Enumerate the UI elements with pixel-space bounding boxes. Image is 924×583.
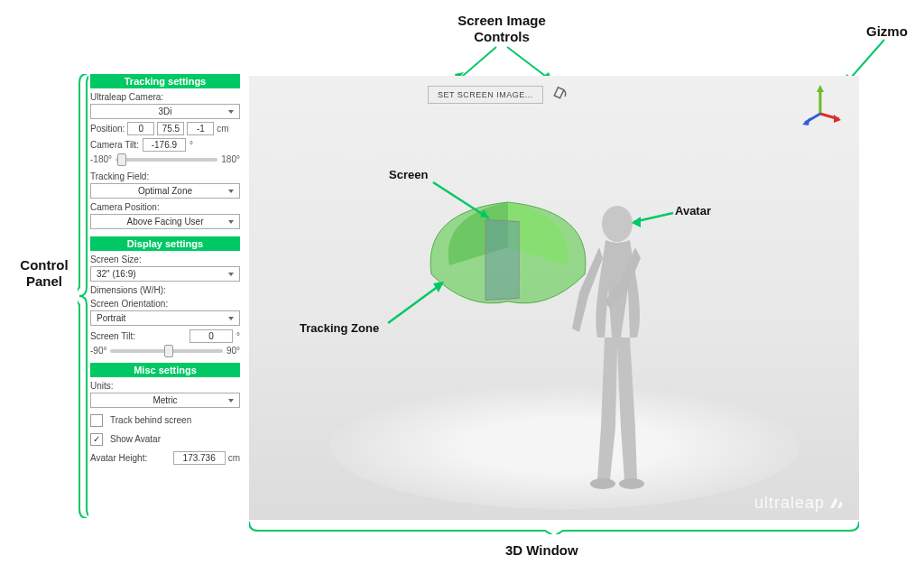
svg-line-15 [433,182,489,218]
brand-logo: ultraleap [754,494,845,513]
svg-line-19 [388,283,442,323]
tracking-field-label: Tracking Field: [90,171,240,181]
display-section: Display settings Screen Size: 32" (16:9)… [90,236,240,356]
annotation-gizmo: Gizmo [866,23,908,39]
svg-marker-7 [817,85,824,92]
bracket-control-panel-icon [78,74,88,518]
camera-tilt-max: 180° [221,154,240,164]
bracket-3d-window-icon [249,522,859,534]
svg-line-17 [633,213,673,222]
avatar-height-label: Avatar Height: [90,453,147,463]
annotation-tracking-zone: Tracking Zone [300,321,379,335]
svg-marker-20 [433,282,444,292]
position-label: Position: [90,124,125,134]
rotate-screen-icon[interactable] [550,84,570,104]
position-unit: cm [217,124,228,134]
camera-tilt-input[interactable]: -176.9 [143,138,186,152]
screen-tilt-min: -90° [90,346,106,356]
show-avatar-checkbox[interactable]: ✓ [90,433,103,446]
orientation-label: Screen Orientation: [90,299,240,309]
svg-marker-18 [632,217,641,227]
avatar-height-input[interactable]: 173.736 [173,451,226,465]
annotation-3d-window: 3D Window [505,542,578,558]
arrow-avatar-icon [628,209,682,231]
3d-viewport[interactable]: SET SCREEN IMAGE... [249,76,859,520]
floor-platform [330,383,799,509]
tracking-section: Tracking settings Ultraleap Camera: 3Di … [90,74,240,229]
arrow-tracking-zone-icon [384,278,457,329]
show-avatar-label: Show Avatar [110,434,161,444]
tracking-header: Tracking settings [90,74,240,88]
avatar-height-unit: cm [228,453,240,463]
misc-section: Misc settings Units: Metric Track behind… [90,363,240,465]
screen-size-label: Screen Size: [90,254,240,264]
brand-icon [828,495,845,512]
screen-size-select[interactable]: 32" (16:9) [90,266,240,282]
position-y-input[interactable]: 75.5 [157,122,184,135]
position-z-input[interactable]: -1 [187,122,214,135]
camera-position-label: Camera Position: [90,202,240,212]
tracking-zone-shape [413,184,603,319]
track-behind-label: Track behind screen [110,415,191,425]
camera-position-select[interactable]: Above Facing User [90,214,240,229]
annotation-screen: Screen [389,168,428,181]
annotation-avatar: Avatar [675,204,711,217]
units-select[interactable]: Metric [90,393,240,408]
camera-label: Ultraleap Camera: [90,92,240,102]
screen-tilt-unit: ° [236,331,240,341]
svg-marker-16 [480,209,489,218]
camera-tilt-slider[interactable] [116,158,217,162]
screen-tilt-label: Screen Tilt: [90,331,135,341]
camera-tilt-min: -180° [90,154,112,164]
arrow-screen-icon [430,179,502,224]
svg-marker-11 [802,117,810,125]
svg-point-12 [602,206,633,242]
camera-tilt-unit: ° [189,140,193,150]
screen-tilt-input[interactable]: 0 [189,329,233,343]
camera-select[interactable]: 3Di [90,104,240,119]
orientation-select[interactable]: Portrait [90,310,240,326]
annotation-screen-image-controls: Screen Image Controls [448,13,556,45]
position-x-input[interactable]: 0 [127,122,154,135]
svg-marker-9 [834,115,841,123]
dimensions-label: Dimensions (W/H): [90,285,240,295]
units-label: Units: [90,381,240,391]
screen-tilt-slider[interactable] [110,349,222,353]
track-behind-checkbox[interactable] [90,414,103,427]
misc-header: Misc settings [90,363,240,377]
set-screen-image-button[interactable]: SET SCREEN IMAGE... [428,86,543,104]
virtual-screen [485,219,520,301]
tracking-field-select[interactable]: Optimal Zone [90,183,240,199]
camera-tilt-label: Camera Tilt: [90,140,139,150]
orientation-gizmo[interactable] [798,83,843,128]
annotation-control-panel: Control Panel [8,257,80,290]
screen-tilt-max: 90° [226,346,240,356]
display-header: Display settings [90,236,240,251]
control-panel: Tracking settings Ultraleap Camera: 3Di … [90,74,240,472]
